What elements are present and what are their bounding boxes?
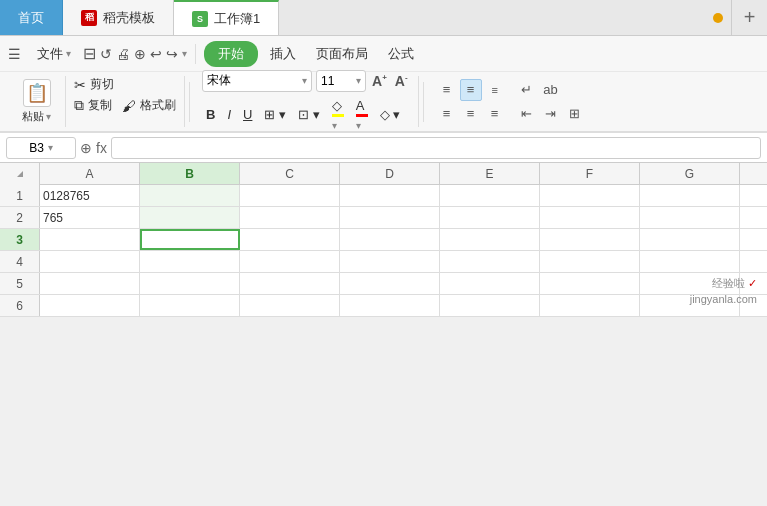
row-header-2[interactable]: 2 [0,207,40,228]
font-size-increase[interactable]: A+ [370,71,389,91]
cell-C5[interactable] [240,273,340,294]
row-header-5[interactable]: 5 [0,273,40,294]
cell-A4[interactable] [40,251,140,272]
cell-E4[interactable] [440,251,540,272]
font-size-decrease[interactable]: A- [393,71,410,91]
align-right-button[interactable]: ≡ [484,103,506,125]
zoom-formula-icon[interactable]: ⊕ [80,140,92,156]
cell-E1[interactable] [440,185,540,206]
paste-dropdown-arrow[interactable]: ▾ [46,111,51,122]
tab-template[interactable]: 稻 稻壳模板 [63,0,174,35]
cell-D3[interactable] [340,229,440,250]
italic-button[interactable]: I [223,105,235,124]
paste-button[interactable]: 📋 粘贴 ▾ [16,79,57,124]
cell-D4[interactable] [340,251,440,272]
increase-indent-button[interactable]: ⇥ [540,103,562,125]
cell-A6[interactable] [40,295,140,316]
menu-formula[interactable]: 公式 [380,42,422,66]
cell-B3[interactable] [140,229,240,250]
col-header-D[interactable]: D [340,163,440,184]
undo-all-icon[interactable]: ↺ [100,46,112,62]
print-icon[interactable]: 🖨 [116,46,130,62]
format-brush-button[interactable]: 🖌 格式刷 [122,97,176,114]
cut-button[interactable]: ✂ 剪切 [74,76,114,93]
cell-F6[interactable] [540,295,640,316]
menu-file[interactable]: 文件 ▾ [29,42,79,66]
cell-F1[interactable] [540,185,640,206]
align-left-button[interactable]: ≡ [436,103,458,125]
fill-color-button[interactable]: ◇ ▾ [328,96,348,134]
col-header-G[interactable]: G [640,163,740,184]
underline-button[interactable]: U [239,105,256,124]
cell-D1[interactable] [340,185,440,206]
cell-G2[interactable] [640,207,740,228]
cell-E6[interactable] [440,295,540,316]
menu-start[interactable]: 开始 [204,41,258,67]
row-header-4[interactable]: 4 [0,251,40,272]
menu-layout[interactable]: 页面布局 [308,42,376,66]
add-tab-button[interactable]: + [731,0,767,35]
cell-F5[interactable] [540,273,640,294]
format-icon[interactable]: ⊟ [83,44,96,63]
cell-C1[interactable] [240,185,340,206]
align-top-button[interactable]: ≡ [436,79,458,101]
search-icon[interactable]: ⊕ [134,46,146,62]
cell-G5[interactable] [640,273,740,294]
col-header-E[interactable]: E [440,163,540,184]
formula-input[interactable] [111,137,761,159]
cell-A5[interactable] [40,273,140,294]
cell-F4[interactable] [540,251,640,272]
cell-A1[interactable]: 0128765 [40,185,140,206]
font-color-dropdown[interactable]: ▾ [356,120,361,131]
cell-C4[interactable] [240,251,340,272]
tab-home[interactable]: 首页 [0,0,63,35]
cell-G3[interactable] [640,229,740,250]
col-header-F[interactable]: F [540,163,640,184]
cell-D6[interactable] [340,295,440,316]
cell-B2[interactable] [140,207,240,228]
cell-D5[interactable] [340,273,440,294]
cell-B1[interactable] [140,185,240,206]
cell-C2[interactable] [240,207,340,228]
cell-E2[interactable] [440,207,540,228]
cell-D2[interactable] [340,207,440,228]
cell-C3[interactable] [240,229,340,250]
row-header-3[interactable]: 3 [0,229,40,250]
cell-G4[interactable] [640,251,740,272]
wrap-text-button[interactable]: ↵ [516,79,538,101]
bold-button[interactable]: B [202,105,219,124]
align-center-button[interactable]: ≡ [460,103,482,125]
align-bottom-button[interactable]: ≡ [484,79,506,101]
redo-icon[interactable]: ↪ [166,46,178,62]
cell-F3[interactable] [540,229,640,250]
border-button[interactable]: ⊞ ▾ [260,105,290,124]
cell-B5[interactable] [140,273,240,294]
cell-E5[interactable] [440,273,540,294]
font-name-select[interactable]: 宋体 ▾ [202,70,312,92]
menu-insert[interactable]: 插入 [262,42,304,66]
clear-format-button[interactable]: ◇ ▾ [376,105,405,124]
toolbar-dropdown-arrow[interactable]: ▾ [182,48,187,59]
select-all-button[interactable] [0,163,40,185]
cell-B4[interactable] [140,251,240,272]
cell-C6[interactable] [240,295,340,316]
cell-E3[interactable] [440,229,540,250]
cell-B6[interactable] [140,295,240,316]
cell-A2[interactable]: 765 [40,207,140,228]
decrease-indent-button[interactable]: ⇤ [516,103,538,125]
row-header-6[interactable]: 6 [0,295,40,316]
font-color-button[interactable]: A ▾ [352,96,372,134]
col-header-C[interactable]: C [240,163,340,184]
row-header-1[interactable]: 1 [0,185,40,206]
cell-G6[interactable] [640,295,740,316]
cell-F2[interactable] [540,207,640,228]
text-direction-button[interactable]: ab [540,79,562,101]
hamburger-icon[interactable]: ☰ [8,46,21,62]
align-middle-button[interactable]: ≡ [460,79,482,101]
cell-reference-box[interactable]: B3 ▾ [6,137,76,159]
col-header-B[interactable]: B [140,163,240,184]
tab-workbook[interactable]: S 工作簿1 [174,0,279,35]
merge-button[interactable]: ⊡ ▾ [294,105,324,124]
merge-cells-button[interactable]: ⊞ [564,103,586,125]
cell-G1[interactable] [640,185,740,206]
